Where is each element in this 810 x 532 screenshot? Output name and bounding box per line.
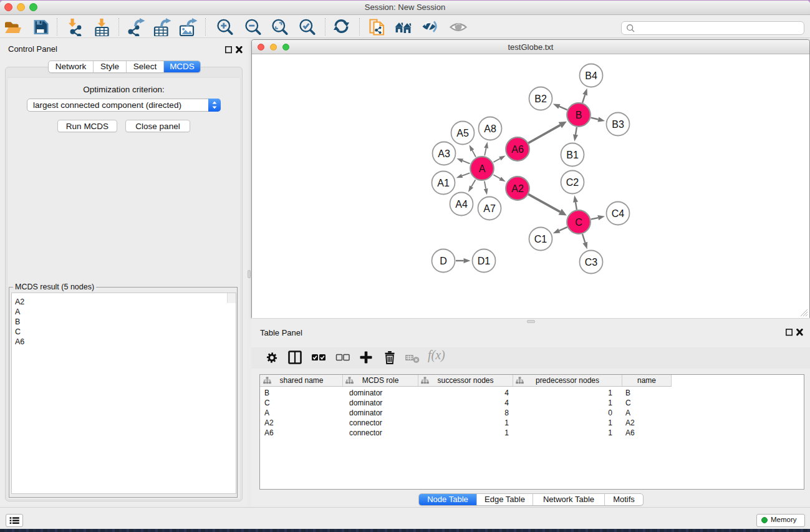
svg-text:C2: C2 [566,177,579,188]
svg-text:A5: A5 [456,128,469,138]
svg-text:A4: A4 [455,199,468,210]
svg-text:C: C [575,217,582,228]
svg-text:A7: A7 [483,203,496,214]
svg-text:B3: B3 [612,119,624,130]
svg-text:B2: B2 [534,94,547,104]
svg-text:A3: A3 [438,148,450,159]
svg-text:A6: A6 [511,144,524,155]
svg-text:C4: C4 [612,208,625,219]
svg-text:C3: C3 [585,257,598,268]
svg-text:A2: A2 [511,183,524,194]
svg-text:A1: A1 [437,178,450,188]
svg-text:B4: B4 [585,70,597,81]
svg-text:A8: A8 [484,123,496,134]
svg-text:B: B [576,110,582,120]
svg-text:D: D [440,256,447,266]
svg-text:D1: D1 [478,256,491,266]
svg-text:A: A [479,163,486,174]
svg-text:B1: B1 [566,150,579,160]
svg-text:C1: C1 [534,234,547,244]
